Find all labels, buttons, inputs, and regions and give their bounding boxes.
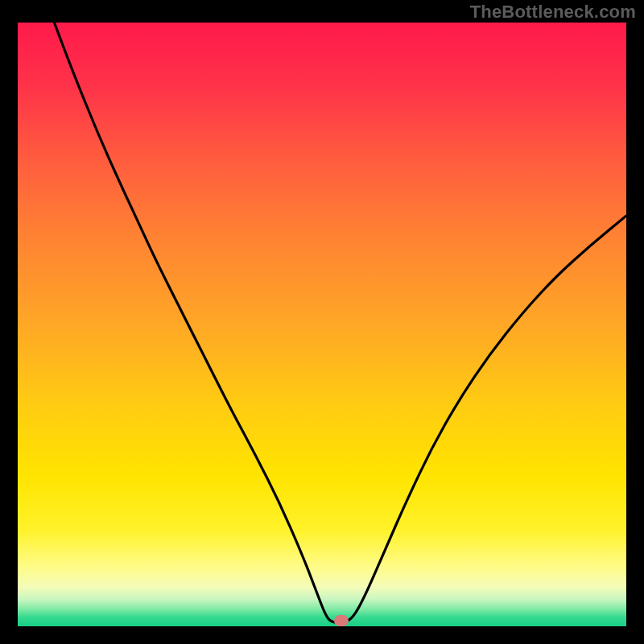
optimum-marker (334, 615, 349, 626)
watermark-text: TheBottleneck.com (470, 2, 636, 23)
plot-area (18, 23, 626, 626)
chart-frame: TheBottleneck.com (0, 0, 644, 644)
bottleneck-curve (18, 23, 626, 626)
